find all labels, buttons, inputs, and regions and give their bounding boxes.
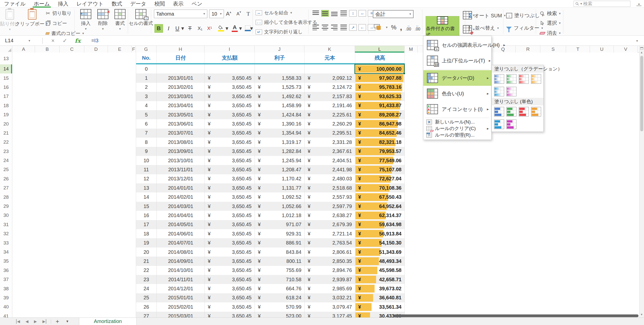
cell-principal[interactable]: ¥2,597.79 <box>305 202 355 211</box>
cell-payment[interactable]: ¥3,650.45 <box>205 138 255 147</box>
cell-principal[interactable]: ¥2,441.98 <box>305 165 355 174</box>
cell-no[interactable]: 24 <box>136 284 157 293</box>
cell-balance[interactable]: ¥70,108.36 <box>355 183 405 192</box>
menu-tab-数式[interactable]: 数式 <box>107 0 126 8</box>
row-header-18[interactable]: 18 <box>0 101 12 110</box>
cell-date[interactable]: 2014/04/01 <box>157 211 205 220</box>
row-header-25[interactable]: 25 <box>0 165 12 174</box>
gradient-swatch-1[interactable] <box>494 74 504 84</box>
column-header-D[interactable]: D <box>84 46 108 53</box>
row-header-27[interactable]: 27 <box>0 183 12 192</box>
column-header-R[interactable]: R <box>516 46 540 53</box>
cell-principal[interactable]: ¥2,557.93 <box>305 192 355 201</box>
vertical-scroll-thumb[interactable] <box>640 56 643 131</box>
delete-cells-button[interactable]: × 削除 ▾ <box>95 9 111 30</box>
menu-tab-データ[interactable]: データ <box>126 0 150 8</box>
prev-sheet-icon[interactable]: ◀ <box>26 319 29 324</box>
cell-interest[interactable]: ¥664.76 <box>255 284 305 293</box>
ribbon-pin-icon[interactable]: ▲ <box>636 2 641 6</box>
cell-payment[interactable]: ¥3,650.45 <box>205 147 255 156</box>
cell-no[interactable]: 11 <box>136 165 157 174</box>
cell-principal[interactable]: ¥2,894.76 <box>305 266 355 275</box>
cell-no[interactable]: 1 <box>136 73 157 83</box>
column-header-J[interactable]: J <box>255 46 304 53</box>
cell-interest[interactable] <box>255 64 305 73</box>
cell-payment[interactable]: ¥3,650.45 <box>205 238 255 247</box>
solid-swatch-3[interactable] <box>519 107 529 116</box>
cell-no[interactable]: 2 <box>136 83 157 92</box>
cell-balance[interactable]: ¥93,625.33 <box>355 92 405 101</box>
cell-balance[interactable]: ¥79,953.57 <box>355 147 405 156</box>
cell-interest[interactable]: ¥1,354.94 <box>255 129 305 138</box>
column-header-A[interactable]: A <box>12 46 35 53</box>
cell-principal[interactable]: ¥3,127.45 <box>305 312 355 317</box>
cf-menu-item-2[interactable]: ↑10上位/下位ルール(T)▸ <box>423 53 491 68</box>
cf-menu-item-3[interactable]: データバー(D)▸ <box>423 70 491 86</box>
cell-date[interactable]: 2015/01/01 <box>157 293 205 302</box>
cf-menu-item-8[interactable]: ルールの管理(R)... <box>423 132 491 138</box>
row-header-30[interactable]: 30 <box>0 211 12 220</box>
comma-format-icon[interactable]: , <box>400 26 402 29</box>
cell-interest[interactable]: ¥1,458.99 <box>255 101 305 110</box>
cell-date[interactable]: 2013/09/01 <box>157 147 205 156</box>
cell-principal[interactable]: ¥2,157.83 <box>305 92 355 101</box>
cell-interest[interactable]: ¥1,245.94 <box>255 156 305 165</box>
cell-principal[interactable]: ¥2,518.68 <box>305 183 355 192</box>
cell-interest[interactable]: ¥1,319.17 <box>255 138 305 147</box>
row-header-14[interactable]: 14 <box>0 64 12 73</box>
cell-principal[interactable]: ¥2,295.51 <box>305 129 355 138</box>
row-header-34[interactable]: 34 <box>0 248 12 257</box>
row-header-39[interactable]: 39 <box>0 293 12 302</box>
cell-balance[interactable]: ¥77,549.06 <box>355 156 405 165</box>
cell-balance[interactable]: ¥48,493.34 <box>355 257 405 266</box>
cell-no[interactable]: 22 <box>136 266 157 275</box>
column-header-T[interactable]: T <box>566 46 590 53</box>
cell-interest[interactable]: ¥1,424.84 <box>255 110 305 119</box>
row-header-38[interactable]: 38 <box>0 284 12 293</box>
cell-payment[interactable]: ¥3,650.45 <box>205 73 255 83</box>
cell-principal[interactable]: ¥2,331.28 <box>305 138 355 147</box>
justify-icon[interactable] <box>340 24 347 31</box>
cell-no[interactable]: 21 <box>136 257 157 266</box>
name-box[interactable]: L14 ▾ <box>0 36 38 46</box>
cell-balance[interactable]: ¥67,550.43 <box>355 192 405 201</box>
cf-menu-item-6[interactable]: 新しいルール(N)... <box>423 119 491 125</box>
cell-no[interactable]: 26 <box>136 302 157 311</box>
cell-no[interactable]: 10 <box>136 156 157 165</box>
row-header-40[interactable]: 40 <box>0 302 12 311</box>
row-header-23[interactable]: 23 <box>0 147 12 156</box>
cell-date[interactable] <box>157 64 205 73</box>
sheet-list-icon[interactable]: ▼ <box>66 319 69 323</box>
cell-principal[interactable]: ¥2,124.72 <box>305 83 355 92</box>
cell-interest[interactable]: ¥523.00 <box>255 312 305 317</box>
cell-no[interactable]: 15 <box>136 202 157 211</box>
cell-no[interactable]: 6 <box>136 119 157 128</box>
cell-payment[interactable]: ¥3,650.45 <box>205 202 255 211</box>
cell-interest[interactable]: ¥1,012.18 <box>255 211 305 220</box>
cell-principal[interactable]: ¥2,191.46 <box>305 101 355 110</box>
cell-payment[interactable]: ¥3,650.45 <box>205 266 255 275</box>
cell-no[interactable]: 9 <box>136 147 157 156</box>
increase-decimal-icon[interactable]: →.00 <box>406 24 411 31</box>
row-header-41[interactable]: 41 <box>0 312 12 317</box>
menu-tab-校閲[interactable]: 校閲 <box>150 0 169 8</box>
cell-no[interactable]: 16 <box>136 211 157 220</box>
cell-principal[interactable]: ¥3,079.47 <box>305 302 355 311</box>
row-header-28[interactable]: 28 <box>0 192 12 201</box>
row-header-22[interactable]: 22 <box>0 138 12 147</box>
column-header-E[interactable]: E <box>108 46 132 53</box>
copy-button[interactable]: コピー <box>46 20 67 27</box>
merge-cells-button[interactable]: ↔ セルを結合▾ <box>256 10 292 16</box>
cell-principal[interactable]: ¥2,985.69 <box>305 284 355 293</box>
cell-interest[interactable]: ¥1,092.52 <box>255 192 305 201</box>
cell-balance[interactable]: ¥51,343.69 <box>355 248 405 257</box>
cell-date[interactable]: 2014/10/01 <box>157 266 205 275</box>
cell-principal[interactable]: ¥2,367.61 <box>305 147 355 156</box>
row-header-17[interactable]: 17 <box>0 92 12 101</box>
cell-no[interactable]: 0 <box>136 64 157 73</box>
cell-balance[interactable]: ¥36,640.81 <box>355 293 405 302</box>
fill-color-caret-icon[interactable]: ▾ <box>225 24 228 33</box>
cell-payment[interactable]: ¥3,650.45 <box>205 211 255 220</box>
vertical-scrollbar[interactable]: ▲ ▼ <box>639 46 644 317</box>
cell-date[interactable]: 2015/03/01 <box>157 312 205 317</box>
